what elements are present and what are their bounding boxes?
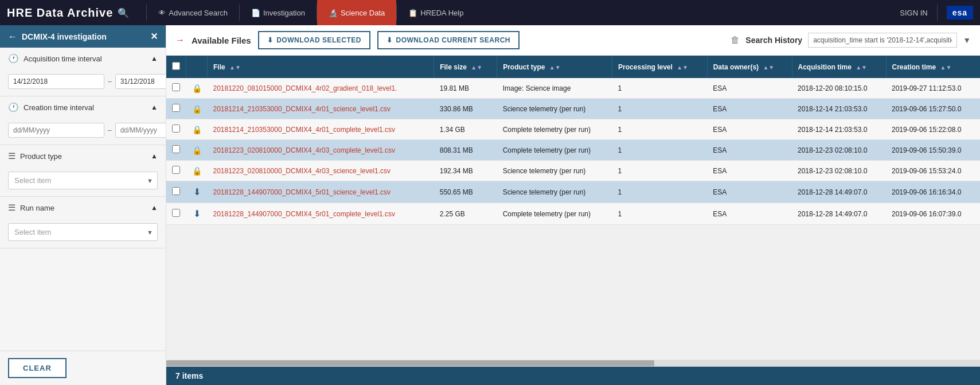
- row-creationtime: 2019-09-06 15:27:50.0: [886, 99, 980, 119]
- sign-in-button[interactable]: SIGN IN: [900, 9, 927, 17]
- row-processinglevel: 1: [612, 119, 708, 140]
- row-acquisitiontime: 2018-12-23 02:08:10.0: [792, 161, 886, 181]
- download-row-icon[interactable]: ⬇: [193, 187, 201, 197]
- row-filesize: 2.25 GB: [434, 203, 497, 225]
- row-checkbox-cell: [166, 161, 186, 181]
- th-processinglevel[interactable]: Processing level ▲▼: [612, 56, 708, 78]
- chevron-up-icon-1: ▲: [151, 55, 158, 63]
- row-acquisitiontime: 2018-12-28 14:49:07.0: [792, 203, 886, 225]
- row-dataowner: ESA: [707, 78, 792, 99]
- clear-button[interactable]: CLEAR: [8, 358, 67, 378]
- scrollbar-thumb[interactable]: [166, 360, 654, 366]
- row-file: 20181214_210353000_DCMIX4_4r01_complete_…: [208, 119, 434, 140]
- horizontal-scrollbar[interactable]: [166, 360, 980, 367]
- run-name-select-wrap: Select item ▼: [8, 223, 158, 241]
- th-file[interactable]: File ▲▼: [208, 56, 434, 78]
- date-separator-2: –: [108, 126, 112, 134]
- row-checkbox[interactable]: [172, 209, 180, 217]
- doc-icon: 📄: [251, 9, 260, 17]
- file-link[interactable]: 20181228_144907000_DCMIX4_5r01_complete_…: [213, 210, 396, 218]
- row-checkbox[interactable]: [172, 83, 180, 91]
- nav-science-data[interactable]: 🔬 Science Data: [317, 0, 396, 25]
- dropdown-arrow-icon[interactable]: ▼: [963, 36, 971, 45]
- row-checkbox[interactable]: [172, 187, 180, 195]
- row-icon-cell: 🔒: [186, 161, 208, 181]
- file-link[interactable]: 20181214_210353000_DCMIX4_4r01_science_l…: [213, 105, 391, 113]
- sidebar-back-button[interactable]: ←: [8, 32, 17, 42]
- row-checkbox[interactable]: [172, 145, 180, 153]
- row-checkbox[interactable]: [172, 166, 180, 174]
- select-all-checkbox[interactable]: [172, 62, 180, 70]
- th-creationtime[interactable]: Creation time ▲▼: [886, 56, 980, 78]
- trash-icon[interactable]: 🗑: [731, 35, 740, 45]
- file-link[interactable]: 20181214_210353000_DCMIX4_4r01_complete_…: [213, 126, 396, 134]
- row-producttype: Complete telemetry (per run): [497, 119, 612, 140]
- row-processinglevel: 1: [612, 181, 708, 203]
- row-file: 20181223_020810000_DCMIX4_4r03_science_l…: [208, 161, 434, 181]
- sort-icon-file: ▲▼: [229, 64, 241, 71]
- sort-icon-processinglevel: ▲▼: [677, 64, 688, 71]
- filter-run-name: ☰ Run name ▲ Select item ▼: [0, 197, 166, 248]
- table-row: 🔒20181214_210353000_DCMIX4_4r01_complete…: [166, 119, 980, 140]
- th-lock: [186, 56, 208, 78]
- creation-date-from[interactable]: [8, 123, 104, 138]
- sort-icon-producttype: ▲▼: [549, 64, 561, 71]
- filter-creation-time-header[interactable]: 🕐 Creation time interval ▲: [0, 96, 166, 118]
- row-checkbox[interactable]: [172, 104, 180, 112]
- filter-acquisition-time-header[interactable]: 🕐 Acquisition time interval ▲: [0, 48, 166, 69]
- download-selected-button[interactable]: ⬇ DOWNLOAD SELECTED: [258, 31, 370, 49]
- lock-icon: 🔒: [192, 146, 202, 155]
- th-producttype[interactable]: Product type ▲▼: [497, 56, 612, 78]
- row-checkbox-cell: [166, 119, 186, 140]
- row-icon-cell: 🔒: [186, 140, 208, 161]
- row-file: 20181223_020810000_DCMIX4_4r03_complete_…: [208, 140, 434, 161]
- row-filesize: 19.81 MB: [434, 78, 497, 99]
- th-acquisitiontime[interactable]: Acquisition time ▲▼: [792, 56, 886, 78]
- arrow-icon: →: [175, 35, 185, 45]
- file-link[interactable]: 20181228_144907000_DCMIX4_5r01_science_l…: [213, 188, 391, 196]
- file-link[interactable]: 20181223_020810000_DCMIX4_4r03_complete_…: [213, 146, 396, 154]
- nav-advanced-search[interactable]: 👁 Advanced Search: [147, 0, 239, 25]
- search-history-input[interactable]: [808, 33, 957, 48]
- acquisition-date-to[interactable]: [115, 74, 166, 89]
- row-producttype: Science telemetry (per run): [497, 181, 612, 203]
- science-icon: 🔬: [329, 9, 338, 17]
- product-type-filter-body: Select item ▼: [0, 167, 166, 196]
- lock-icon: 🔒: [192, 166, 202, 176]
- row-checkbox-cell: [166, 99, 186, 119]
- row-dataowner: ESA: [707, 181, 792, 203]
- nav-search-icon[interactable]: 🔍: [118, 7, 129, 18]
- sort-icon-filesize: ▲▼: [471, 64, 482, 71]
- file-link[interactable]: 20181223_020810000_DCMIX4_4r03_science_l…: [213, 167, 391, 175]
- nav-investigation[interactable]: 📄 Investigation: [240, 0, 317, 25]
- row-icon-cell: ⬇: [186, 181, 208, 203]
- file-link[interactable]: 20181220_081015000_DCMIX4_4r02_gradient_…: [213, 84, 397, 92]
- run-name-select[interactable]: Select item: [8, 223, 158, 241]
- sort-icon-dataowner: ▲▼: [763, 64, 774, 71]
- clock-icon-2: 🕐: [8, 102, 19, 112]
- filter-run-name-header[interactable]: ☰ Run name ▲: [0, 197, 166, 219]
- main-layout: ← DCMIX-4 investigation ✕ 🕐 Acquisition …: [0, 25, 980, 385]
- row-icon-cell: 🔒: [186, 119, 208, 140]
- row-checkbox[interactable]: [172, 125, 180, 133]
- nav-right-area: SIGN IN esa: [900, 5, 973, 21]
- th-filesize[interactable]: File size ▲▼: [434, 56, 497, 78]
- sort-icon-acquisitiontime: ▲▼: [856, 64, 867, 71]
- download-row-icon[interactable]: ⬇: [193, 209, 201, 219]
- esa-logo: esa: [947, 6, 973, 20]
- row-filesize: 192.34 MB: [434, 161, 497, 181]
- th-dataowner[interactable]: Data owner(s) ▲▼: [707, 56, 792, 78]
- nav-hreda-help[interactable]: 📋 HREDA Help: [397, 0, 475, 25]
- sidebar-close-button[interactable]: ✕: [150, 31, 158, 42]
- table-header-row: File ▲▼ File size ▲▼ Product type ▲▼ P: [166, 56, 980, 78]
- list-icon-1: ☰: [8, 151, 15, 161]
- row-icon-cell: 🔒: [186, 99, 208, 119]
- download-current-search-button[interactable]: ⬇ DOWNLOAD CURRENT SEARCH: [377, 31, 520, 49]
- acquisition-time-filter-body: – 📅 ✕: [0, 69, 166, 96]
- available-files-title: Available Files: [192, 36, 251, 45]
- product-type-select[interactable]: Select item: [8, 172, 158, 189]
- acquisition-date-from[interactable]: [8, 74, 104, 89]
- filter-product-type-header[interactable]: ☰ Product type ▲: [0, 145, 166, 167]
- creation-date-to[interactable]: [115, 123, 166, 138]
- row-file: 20181214_210353000_DCMIX4_4r01_science_l…: [208, 99, 434, 119]
